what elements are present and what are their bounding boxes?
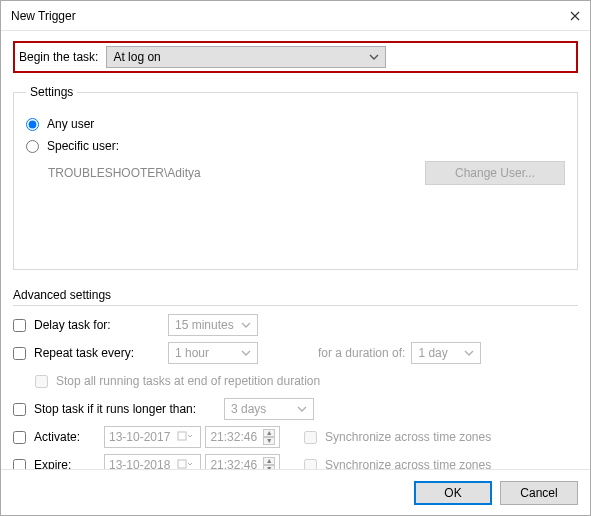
delay-select[interactable]: 15 minutes [168, 314, 258, 336]
stop-all-checkbox [35, 375, 48, 388]
repeat-label: Repeat task every: [34, 346, 168, 360]
activate-sync-checkbox [304, 431, 317, 444]
calendar-dropdown-icon [174, 431, 196, 443]
chevron-down-icon [241, 350, 251, 356]
change-user-button[interactable]: Change User... [425, 161, 565, 185]
expire-label: Expire: [34, 458, 104, 469]
stop-if-label: Stop task if it runs longer than: [34, 402, 224, 416]
specific-user-label: Specific user: [47, 139, 119, 153]
cancel-label: Cancel [520, 486, 557, 500]
content-area: Begin the task: At log on Settings Any u… [1, 31, 590, 469]
chevron-down-icon [241, 322, 251, 328]
chevron-down-icon [369, 54, 379, 60]
activate-sync-label: Synchronize across time zones [325, 430, 491, 444]
time-spinner[interactable]: ▲▼ [263, 457, 275, 469]
stop-if-select[interactable]: 3 days [224, 398, 314, 420]
stop-if-value: 3 days [231, 402, 266, 416]
time-spinner[interactable]: ▲▼ [263, 429, 275, 445]
repeat-checkbox[interactable] [13, 347, 26, 360]
duration-label: for a duration of: [318, 346, 405, 360]
activate-label: Activate: [34, 430, 104, 444]
delay-row: Delay task for: 15 minutes [13, 314, 578, 336]
stop-all-label: Stop all running tasks at end of repetit… [56, 374, 320, 388]
delay-label: Delay task for: [34, 318, 168, 332]
chevron-down-icon [297, 406, 307, 412]
any-user-label: Any user [47, 117, 94, 131]
settings-legend: Settings [26, 85, 77, 99]
activate-sync-row: Synchronize across time zones [304, 430, 491, 444]
begin-task-label: Begin the task: [19, 50, 98, 64]
duration-select[interactable]: 1 day [411, 342, 481, 364]
specific-user-radio[interactable] [26, 140, 39, 153]
specific-user-row: Specific user: [26, 139, 565, 153]
ok-button[interactable]: OK [414, 481, 492, 505]
any-user-radio[interactable] [26, 118, 39, 131]
stop-if-checkbox[interactable] [13, 403, 26, 416]
expire-sync-checkbox [304, 459, 317, 470]
close-button[interactable] [540, 8, 580, 24]
expire-date-input[interactable]: 13-10-2018 [104, 454, 201, 469]
advanced-settings-header: Advanced settings [13, 288, 578, 302]
activate-row: Activate: 13-10-2017 21:32:46 ▲▼ Synchro… [13, 426, 578, 448]
chevron-down-icon [464, 350, 474, 356]
activate-date-input[interactable]: 13-10-2017 [104, 426, 201, 448]
specific-user-line: TROUBLESHOOTER\Aditya Change User... [48, 161, 565, 185]
activate-checkbox[interactable] [13, 431, 26, 444]
stop-if-row: Stop task if it runs longer than: 3 days [13, 398, 578, 420]
activate-date-value: 13-10-2017 [109, 430, 170, 444]
ok-label: OK [444, 486, 461, 500]
delay-checkbox[interactable] [13, 319, 26, 332]
expire-time-input[interactable]: 21:32:46 ▲▼ [205, 454, 280, 469]
expire-time-value: 21:32:46 [210, 458, 257, 469]
dialog-footer: OK Cancel [1, 469, 590, 515]
titlebar: New Trigger [1, 1, 590, 31]
repeat-every-value: 1 hour [175, 346, 209, 360]
advanced-divider [13, 305, 578, 306]
activate-time-input[interactable]: 21:32:46 ▲▼ [205, 426, 280, 448]
window-title: New Trigger [11, 9, 540, 23]
duration-value: 1 day [418, 346, 447, 360]
activate-time-value: 21:32:46 [210, 430, 257, 444]
calendar-dropdown-icon [174, 459, 196, 469]
repeat-every-select[interactable]: 1 hour [168, 342, 258, 364]
spin-down-icon: ▼ [263, 437, 275, 445]
expire-row: Expire: 13-10-2018 21:32:46 ▲▼ Synchroni… [13, 454, 578, 469]
change-user-label: Change User... [455, 166, 535, 180]
new-trigger-dialog: New Trigger Begin the task: At log on Se… [0, 0, 591, 516]
close-icon [570, 11, 580, 21]
expire-date-value: 13-10-2018 [109, 458, 170, 469]
stop-all-row: Stop all running tasks at end of repetit… [35, 370, 578, 392]
specific-user-value: TROUBLESHOOTER\Aditya [48, 166, 248, 180]
expire-checkbox[interactable] [13, 459, 26, 470]
any-user-row: Any user [26, 117, 565, 131]
spin-up-icon: ▲ [263, 429, 275, 437]
repeat-row: Repeat task every: 1 hour for a duration… [13, 342, 578, 364]
settings-group: Settings Any user Specific user: TROUBLE… [13, 85, 578, 270]
svg-rect-0 [178, 432, 186, 440]
expire-sync-label: Synchronize across time zones [325, 458, 491, 469]
begin-task-select[interactable]: At log on [106, 46, 386, 68]
delay-value: 15 minutes [175, 318, 234, 332]
cancel-button[interactable]: Cancel [500, 481, 578, 505]
spin-up-icon: ▲ [263, 457, 275, 465]
begin-task-value: At log on [113, 50, 160, 64]
svg-rect-1 [178, 460, 186, 468]
begin-task-row: Begin the task: At log on [13, 41, 578, 73]
expire-sync-row: Synchronize across time zones [304, 458, 491, 469]
